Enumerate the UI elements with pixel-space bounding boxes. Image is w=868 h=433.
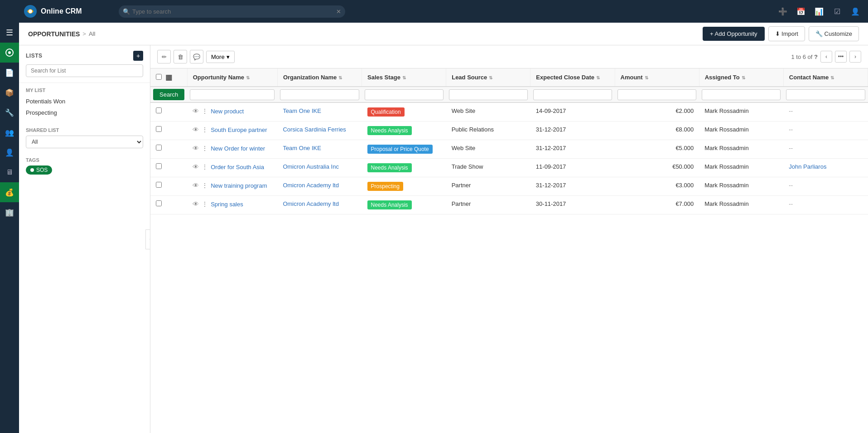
pagination-ellipsis[interactable]: ••• [835,51,847,63]
row-checkbox-1[interactable] [156,126,162,132]
chart-nav-icon[interactable]: 📊 [811,3,827,19]
tag-sos[interactable]: SOS [26,165,52,175]
my-list-title: MY LIST [26,88,143,93]
header-close-date[interactable]: Expected Close Date⇅ [530,68,615,87]
org-name-link-3[interactable]: Omicron Australia Inc [283,163,339,170]
row-actions-cell-5: 👁 ⋮ Spring sales [187,196,277,214]
shared-list-select[interactable]: All [26,136,143,148]
header-organization-name[interactable]: Organization Name⇅ [277,68,362,87]
pagination-next[interactable]: › [849,51,861,63]
select-all-checkbox[interactable] [156,74,162,80]
more-button[interactable]: More ▾ [206,51,235,63]
search-contact-input[interactable] [786,89,865,100]
row-eye-icon-3[interactable]: 👁 [193,163,199,170]
menu-toggle-icon[interactable]: ☰ [0,23,19,43]
amount-cell-4: €3.000 [615,177,699,196]
tasks-nav-icon[interactable]: ☑ [829,3,845,19]
clear-search-icon[interactable]: ✕ [336,8,341,15]
search-lead-input[interactable] [449,89,528,100]
circle-icon [5,49,14,57]
search-amount-input[interactable] [617,89,696,100]
row-eye-icon-4[interactable]: 👁 [193,182,199,189]
sidebar-item-home[interactable] [0,43,19,63]
row-checkbox-3[interactable] [156,163,162,169]
sidebar-item-tools[interactable]: 🔧 [0,102,19,122]
sidebar-item-people[interactable]: 👥 [0,122,19,142]
org-name-cell-1: Corsica Sardinia Ferries [277,122,362,140]
org-name-link-5[interactable]: Omicron Academy ltd [283,200,339,207]
row-dots-icon-0[interactable]: ⋮ [202,107,208,115]
import-button[interactable]: ⬇ Import [768,26,805,41]
row-dots-icon-4[interactable]: ⋮ [202,182,208,189]
opportunity-name-link-2[interactable]: New Order for winter [211,145,265,152]
customize-button[interactable]: 🔧 Customize [809,26,859,41]
list-item-prospecting[interactable]: Prospecting [26,107,143,118]
add-nav-icon[interactable]: ➕ [775,3,791,19]
row-eye-icon-2[interactable]: 👁 [193,145,199,152]
contact-name-cell-3: John Parliaros [783,159,868,177]
close-date-cell-5: 30-11-2017 [530,196,615,214]
logo-area[interactable]: Online CRM [19,5,110,18]
pagination-prev[interactable]: ‹ [820,51,832,63]
header-amount[interactable]: Amount⇅ [615,68,699,87]
sidebar-item-person[interactable]: 👤 [0,142,19,162]
org-name-link-0[interactable]: Team One IKE [283,107,321,114]
view-toggle-icon[interactable]: ▦ [165,73,172,81]
header-assigned-to[interactable]: Assigned To⇅ [699,68,783,87]
org-name-link-1[interactable]: Corsica Sardinia Ferries [283,126,346,133]
row-checkbox-0[interactable] [156,107,162,113]
sidebar-item-money[interactable]: 💰 [0,182,19,202]
header-contact-name[interactable]: Contact Name⇅ [783,68,868,87]
header-sales-stage[interactable]: Sales Stage⇅ [362,68,446,87]
sidebar-item-packages[interactable]: 📦 [0,83,19,102]
header-opportunity-name[interactable]: Opportunity Name⇅ [187,68,277,87]
edit-toolbar-button[interactable]: ✏ [157,50,171,63]
add-list-button[interactable]: + [133,51,143,61]
search-org-input[interactable] [280,89,359,100]
top-navigation: Online CRM 🔍 ✕ ➕ 📅 📊 ☑ 👤 [0,0,868,23]
search-stage-input[interactable] [365,89,444,100]
sidebar-collapse-button[interactable]: ‹ [145,229,150,249]
row-dots-icon-3[interactable]: ⋮ [202,163,208,170]
header-lead-source[interactable]: Lead Source⇅ [446,68,530,87]
row-eye-icon-1[interactable]: 👁 [193,126,199,133]
delete-toolbar-button[interactable]: 🗑 [174,50,187,63]
table-row: 👁 ⋮ Spring sales Omicron Academy ltd Nee… [150,196,868,214]
sidebar-item-docs[interactable]: 📄 [0,63,19,83]
tags-section: TAGS SOS [19,153,150,179]
search-date-input[interactable] [533,89,612,100]
sidebar-item-building[interactable]: 🏢 [0,202,19,222]
opportunity-name-link-5[interactable]: Spring sales [211,201,243,208]
add-opportunity-button[interactable]: + Add Opportunity [703,27,764,41]
sort-stage-icon: ⇅ [402,75,406,80]
row-eye-icon-5[interactable]: 👁 [193,200,199,208]
search-list-input[interactable] [26,64,143,77]
table-row: 👁 ⋮ South Europe partner Corsica Sardini… [150,122,868,140]
profile-nav-icon[interactable]: 👤 [847,3,863,19]
row-checkbox-2[interactable] [156,145,162,151]
org-name-link-2[interactable]: Team One IKE [283,145,321,151]
search-assigned-input[interactable] [702,89,781,100]
sidebar-item-device[interactable]: 🖥 [0,162,19,182]
row-checkbox-4[interactable] [156,182,162,188]
row-dots-icon-2[interactable]: ⋮ [202,145,208,152]
search-opportunity-input[interactable] [190,89,275,100]
row-dots-icon-1[interactable]: ⋮ [202,126,208,133]
row-checkbox-5[interactable] [156,200,162,206]
opportunity-name-link-3[interactable]: Order for South Asia [211,164,264,170]
opportunity-name-link-0[interactable]: New product [211,108,244,115]
share-toolbar-button[interactable]: 💬 [190,50,203,63]
stage-cell-5: Needs Analysis [362,196,446,214]
stage-badge-5: Needs Analysis [367,200,412,209]
list-item-potentials-won[interactable]: Potentials Won [26,96,143,107]
org-name-link-4[interactable]: Omicron Academy ltd [283,182,339,189]
opportunity-name-link-4[interactable]: New training program [211,182,267,189]
contact-link[interactable]: John Parliaros [789,163,826,170]
close-date-cell-4: 31-12-2017 [530,177,615,196]
search-input[interactable] [119,5,345,18]
opportunity-name-link-1[interactable]: South Europe partner [211,126,267,133]
row-dots-icon-5[interactable]: ⋮ [202,200,208,208]
row-eye-icon-0[interactable]: 👁 [193,107,199,115]
table-search-button[interactable]: Search [153,89,184,100]
calendar-nav-icon[interactable]: 📅 [793,3,809,19]
